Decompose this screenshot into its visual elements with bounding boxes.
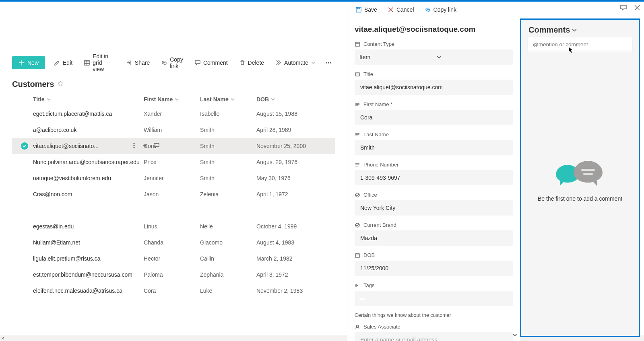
chevron-down-icon bbox=[230, 97, 235, 102]
link-icon bbox=[161, 60, 167, 66]
more-button[interactable] bbox=[322, 57, 335, 68]
comments-toggle-icon[interactable] bbox=[620, 4, 627, 12]
row-share-icon[interactable] bbox=[142, 142, 149, 150]
trash-icon bbox=[239, 60, 246, 66]
svg-point-29 bbox=[355, 223, 359, 227]
comment-icon bbox=[194, 60, 201, 66]
col-last-name[interactable]: Last Name bbox=[200, 96, 256, 103]
svg-rect-2 bbox=[85, 60, 89, 65]
scroll-down-icon[interactable] bbox=[512, 332, 518, 338]
svg-point-11 bbox=[134, 147, 134, 148]
svg-rect-15 bbox=[355, 42, 359, 46]
flow-icon bbox=[275, 60, 282, 66]
content-type-dropdown[interactable]: Item bbox=[355, 49, 513, 65]
comment-button[interactable]: Comment bbox=[190, 57, 233, 68]
text-icon bbox=[355, 102, 360, 107]
calendar-icon bbox=[355, 253, 360, 258]
svg-rect-12 bbox=[356, 7, 361, 12]
edit-button[interactable]: Edit bbox=[49, 57, 77, 68]
new-label: New bbox=[27, 60, 39, 66]
favorite-icon[interactable] bbox=[57, 80, 64, 88]
title-icon bbox=[355, 72, 360, 77]
sales-associate-field[interactable] bbox=[355, 332, 513, 341]
chevron-down-icon[interactable] bbox=[572, 27, 577, 33]
editor-toolbar: Save Cancel Copy link bbox=[347, 2, 520, 18]
editor-pane: Save Cancel Copy link vitae.aliquet@soci… bbox=[347, 2, 520, 341]
table-row[interactable]: ⤴vitae.aliquet@sociisnato... Cora Smith … bbox=[12, 138, 335, 154]
row-comment-icon[interactable] bbox=[153, 142, 160, 150]
phone-field[interactable] bbox=[355, 170, 513, 185]
table-row[interactable]: ⤴a@aclibero.co.uk William Smith April 28… bbox=[12, 122, 335, 138]
chevron-down-icon bbox=[46, 97, 51, 102]
tags-field[interactable]: — bbox=[355, 291, 513, 306]
section-note: Certain things we know about the custome… bbox=[355, 312, 513, 318]
delete-button[interactable]: Delete bbox=[234, 57, 269, 68]
dob-field[interactable] bbox=[355, 261, 513, 276]
col-dob[interactable]: DOB bbox=[256, 96, 313, 103]
row-more-icon[interactable] bbox=[131, 142, 137, 150]
first-name-field[interactable] bbox=[355, 110, 513, 125]
share-button[interactable]: Share bbox=[121, 57, 155, 68]
table-row[interactable]: ⤴eget.dictum.placerat@mattis.ca Xander I… bbox=[12, 106, 335, 122]
choice-icon bbox=[355, 222, 360, 228]
office-field[interactable] bbox=[355, 200, 513, 216]
close-icon bbox=[388, 6, 394, 13]
chevron-down-icon bbox=[174, 97, 179, 102]
copy-link-editor-button[interactable]: Copy link bbox=[422, 5, 459, 14]
grid-icon bbox=[84, 60, 90, 66]
person-icon bbox=[355, 324, 360, 330]
pencil-icon bbox=[54, 60, 60, 66]
table-row[interactable]: ⤴Nullam@Etiam.net Chanda Giacomo August … bbox=[12, 234, 335, 251]
svg-point-8 bbox=[330, 62, 331, 63]
svg-rect-30 bbox=[355, 254, 359, 257]
save-icon bbox=[355, 6, 362, 13]
table-row[interactable]: ⤴natoque@vestibulumlorem.edu Jennifer Sm… bbox=[12, 170, 335, 186]
list-title: Customers bbox=[12, 80, 54, 89]
svg-point-6 bbox=[326, 62, 327, 63]
cancel-button[interactable]: Cancel bbox=[385, 5, 417, 14]
brand-field[interactable] bbox=[355, 230, 513, 246]
new-button[interactable]: New bbox=[12, 56, 45, 69]
chevron-down-icon bbox=[311, 60, 316, 65]
item-title: vitae.aliquet@sociisnatoque.com bbox=[355, 25, 513, 34]
comments-empty-icon bbox=[556, 161, 604, 189]
table-row[interactable]: ⤴eleifend.nec.malesuada@atrisus.ca Cora … bbox=[12, 283, 335, 299]
automate-button[interactable]: Automate bbox=[270, 57, 320, 68]
comments-title: Comments bbox=[528, 25, 570, 35]
chevron-down-icon bbox=[436, 54, 442, 60]
list-toolbar: New Edit Edit in grid view Share Copy li… bbox=[0, 54, 347, 72]
table-row[interactable]: ⤴est.tempor.bibendum@neccursusa.com Palo… bbox=[12, 267, 335, 283]
tags-icon bbox=[355, 283, 360, 288]
table-row[interactable]: ⤴ligula.elit.pretium@risus.ca Hector Cai… bbox=[12, 251, 335, 267]
col-first-name[interactable]: First Name bbox=[144, 96, 200, 103]
svg-point-7 bbox=[328, 62, 329, 63]
table-row[interactable]: ⤴Cras@non.com Jason Zelenia April 1, 197… bbox=[12, 186, 335, 202]
close-panel-icon[interactable] bbox=[634, 4, 641, 12]
title-field[interactable] bbox=[355, 80, 513, 95]
save-button[interactable]: Save bbox=[353, 5, 380, 14]
scroll-left-icon[interactable] bbox=[0, 335, 6, 341]
svg-point-9 bbox=[134, 143, 134, 144]
content-type-icon bbox=[355, 41, 360, 47]
more-icon bbox=[325, 60, 332, 66]
col-title[interactable]: Title bbox=[33, 96, 144, 103]
chevron-down-icon bbox=[270, 97, 275, 102]
table-row[interactable]: ⤴egestas@in.edu Linus Nelle October 4, 1… bbox=[12, 218, 335, 234]
share-icon bbox=[126, 60, 132, 66]
link-icon bbox=[425, 6, 431, 13]
text-icon bbox=[355, 162, 360, 168]
svg-point-10 bbox=[134, 145, 134, 146]
last-name-field[interactable] bbox=[355, 140, 513, 155]
choice-icon bbox=[355, 192, 360, 198]
comment-input[interactable] bbox=[528, 38, 632, 51]
edit-grid-button[interactable]: Edit in grid view bbox=[79, 51, 120, 75]
row-checkbox[interactable] bbox=[16, 142, 33, 150]
column-headers: Title First Name Last Name DOB bbox=[0, 93, 347, 106]
copy-link-button[interactable]: Copy link bbox=[156, 54, 188, 72]
cursor-icon bbox=[568, 46, 575, 53]
table-row[interactable]: ⤴Nunc.pulvinar.arcu@conubianostraper.edu… bbox=[12, 154, 335, 170]
comments-pane: Comments Be the first one to add a comme… bbox=[520, 2, 644, 341]
list-pane: New Edit Edit in grid view Share Copy li… bbox=[0, 2, 347, 341]
svg-point-28 bbox=[355, 193, 359, 197]
text-icon bbox=[355, 132, 360, 138]
